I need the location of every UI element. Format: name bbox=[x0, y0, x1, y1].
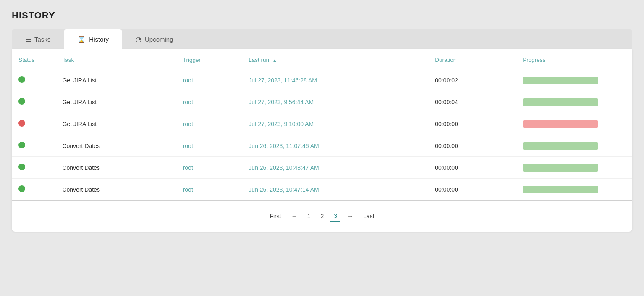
history-icon: ⌛ bbox=[77, 35, 86, 43]
col-header-task: Task bbox=[55, 49, 176, 69]
pagination-last[interactable]: Last bbox=[360, 211, 377, 221]
progress-bar-fill bbox=[523, 164, 598, 172]
cell-duration: 00:00:04 bbox=[428, 91, 516, 113]
pagination-prev[interactable]: ← bbox=[288, 211, 301, 221]
col-header-trigger: Trigger bbox=[176, 49, 242, 69]
cell-status bbox=[12, 135, 55, 157]
page-title: HISTORY bbox=[12, 10, 632, 21]
pagination-first[interactable]: First bbox=[266, 211, 284, 221]
pagination-page-2[interactable]: 2 bbox=[317, 211, 327, 221]
cell-status bbox=[12, 179, 55, 201]
cell-lastrun: Jun 26, 2023, 10:47:14 AM bbox=[242, 179, 428, 201]
cell-task: Get JIRA List bbox=[55, 91, 176, 113]
pagination: First ← 1 2 3 → Last bbox=[12, 211, 632, 222]
cell-trigger[interactable]: root bbox=[176, 157, 242, 179]
cell-lastrun: Jun 26, 2023, 10:48:47 AM bbox=[242, 157, 428, 179]
tab-history-label: History bbox=[89, 36, 109, 43]
progress-bar-fill bbox=[523, 186, 598, 193]
cell-progress bbox=[516, 135, 632, 157]
sort-asc-icon: ▲ bbox=[272, 58, 277, 63]
cell-duration: 00:00:00 bbox=[428, 179, 516, 201]
cell-task: Get JIRA List bbox=[55, 69, 176, 91]
progress-bar-wrap bbox=[523, 164, 598, 172]
status-dot-success bbox=[18, 76, 25, 83]
cell-progress bbox=[516, 69, 632, 91]
cell-status bbox=[12, 157, 55, 179]
table-wrap: Status Task Trigger Last run ▲ Duration … bbox=[12, 49, 632, 201]
cell-lastrun: Jul 27, 2023, 9:56:44 AM bbox=[242, 91, 428, 113]
cell-task: Convert Dates bbox=[55, 179, 176, 201]
tab-history[interactable]: ⌛ History bbox=[64, 29, 122, 49]
cell-duration: 00:00:00 bbox=[428, 113, 516, 135]
cell-status bbox=[12, 113, 55, 135]
progress-bar-fill bbox=[523, 120, 598, 128]
history-table: Status Task Trigger Last run ▲ Duration … bbox=[12, 49, 632, 201]
cell-task: Convert Dates bbox=[55, 157, 176, 179]
cell-lastrun: Jul 27, 2023, 9:10:00 AM bbox=[242, 113, 428, 135]
pagination-page-1[interactable]: 1 bbox=[304, 211, 314, 221]
tab-upcoming[interactable]: ◔ Upcoming bbox=[122, 29, 187, 49]
cell-trigger[interactable]: root bbox=[176, 91, 242, 113]
upcoming-icon: ◔ bbox=[136, 35, 141, 43]
progress-bar-wrap bbox=[523, 77, 598, 84]
progress-bar-wrap bbox=[523, 98, 598, 106]
tabs-bar: ☰ Tasks ⌛ History ◔ Upcoming bbox=[12, 29, 632, 49]
table-row: Get JIRA ListrootJul 27, 2023, 11:46:28 … bbox=[12, 69, 632, 91]
table-row: Get JIRA ListrootJul 27, 2023, 9:10:00 A… bbox=[12, 113, 632, 135]
status-dot-success bbox=[18, 185, 25, 192]
cell-trigger[interactable]: root bbox=[176, 69, 242, 91]
col-header-progress: Progress bbox=[516, 49, 632, 69]
tab-tasks[interactable]: ☰ Tasks bbox=[12, 29, 64, 49]
table-row: Convert DatesrootJun 26, 2023, 10:47:14 … bbox=[12, 179, 632, 201]
table-row: Convert DatesrootJun 26, 2023, 10:48:47 … bbox=[12, 157, 632, 179]
tasks-icon: ☰ bbox=[25, 35, 31, 43]
progress-bar-fill bbox=[523, 98, 598, 106]
cell-task: Get JIRA List bbox=[55, 113, 176, 135]
pagination-page-3[interactable]: 3 bbox=[330, 211, 340, 222]
tab-upcoming-label: Upcoming bbox=[145, 36, 173, 43]
progress-bar-wrap bbox=[523, 120, 598, 128]
progress-bar-wrap bbox=[523, 142, 598, 150]
table-row: Get JIRA ListrootJul 27, 2023, 9:56:44 A… bbox=[12, 91, 632, 113]
cell-trigger[interactable]: root bbox=[176, 135, 242, 157]
cell-trigger[interactable]: root bbox=[176, 113, 242, 135]
cell-trigger[interactable]: root bbox=[176, 179, 242, 201]
cell-progress bbox=[516, 179, 632, 201]
progress-bar-wrap bbox=[523, 186, 598, 193]
status-dot-success bbox=[18, 98, 25, 105]
cell-progress bbox=[516, 91, 632, 113]
col-header-status: Status bbox=[12, 49, 55, 69]
cell-duration: 00:00:00 bbox=[428, 135, 516, 157]
col-header-lastrun[interactable]: Last run ▲ bbox=[242, 49, 428, 69]
tab-tasks-label: Tasks bbox=[34, 36, 50, 43]
cell-lastrun: Jun 26, 2023, 11:07:46 AM bbox=[242, 135, 428, 157]
pagination-next[interactable]: → bbox=[344, 211, 356, 221]
main-panel: Status Task Trigger Last run ▲ Duration … bbox=[12, 49, 632, 232]
cell-lastrun: Jul 27, 2023, 11:46:28 AM bbox=[242, 69, 428, 91]
cell-progress bbox=[516, 157, 632, 179]
cell-duration: 00:00:00 bbox=[428, 157, 516, 179]
status-dot-error bbox=[18, 120, 25, 127]
status-dot-success bbox=[18, 142, 25, 148]
cell-status bbox=[12, 91, 55, 113]
cell-task: Convert Dates bbox=[55, 135, 176, 157]
table-row: Convert DatesrootJun 26, 2023, 11:07:46 … bbox=[12, 135, 632, 157]
col-header-duration: Duration bbox=[428, 49, 516, 69]
cell-status bbox=[12, 69, 55, 91]
cell-progress bbox=[516, 113, 632, 135]
progress-bar-fill bbox=[523, 77, 598, 84]
status-dot-success bbox=[18, 164, 25, 170]
cell-duration: 00:00:02 bbox=[428, 69, 516, 91]
progress-bar-fill bbox=[523, 142, 598, 150]
